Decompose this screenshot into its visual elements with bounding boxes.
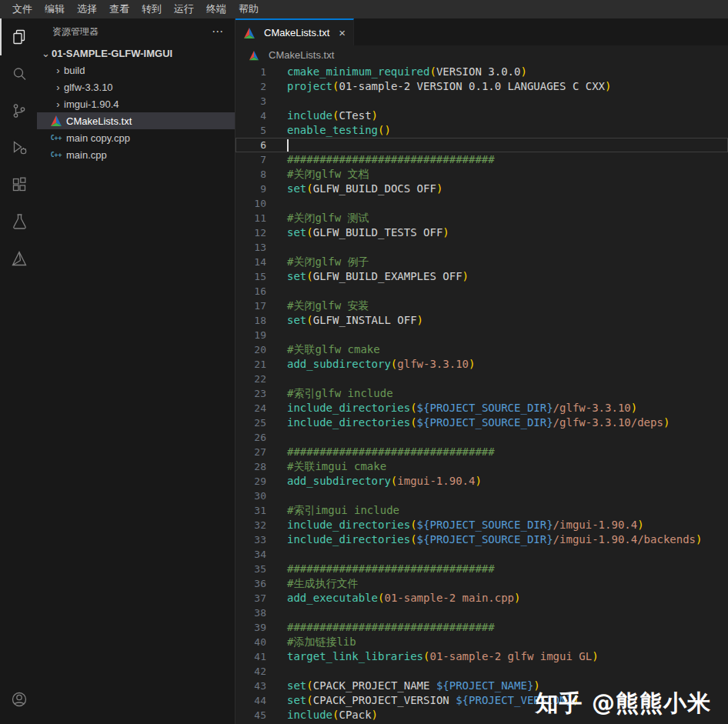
activity-testing[interactable]: [0, 203, 37, 240]
code-line-24[interactable]: 24include_directories(${PROJECT_SOURCE_D…: [235, 401, 728, 415]
line-number: 14: [235, 255, 266, 269]
code-line-2[interactable]: 2project(01-sample-2 VERSION 0.1.0 LANGU…: [235, 79, 728, 94]
code-line-33[interactable]: 33include_directories(${PROJECT_SOURCE_D…: [235, 532, 728, 547]
code-line-9[interactable]: 9set(GLFW_BUILD_DOCS OFF): [235, 182, 728, 196]
line-number: 13: [235, 240, 266, 255]
tree-root-folder[interactable]: ⌄ 01-SAMPLE-GLFW-IMGUI: [37, 45, 235, 62]
activity-run-debug[interactable]: [0, 129, 37, 166]
code-area[interactable]: 1cmake_minimum_required(VERSION 3.0.0)2p…: [235, 65, 728, 724]
code-text: ################################: [287, 620, 495, 635]
code-line-12[interactable]: 12set(GLFW_BUILD_TESTS OFF): [235, 225, 728, 240]
code-text: set(GLFW_BUILD_EXAMPLES OFF): [287, 269, 469, 284]
code-line-1[interactable]: 1cmake_minimum_required(VERSION 3.0.0): [235, 65, 728, 79]
code-line-40[interactable]: 40#添加链接lib: [235, 635, 728, 649]
activity-source-control[interactable]: [0, 92, 37, 129]
source-control-icon: [10, 102, 28, 120]
code-line-29[interactable]: 29add_subdirectory(imgui-1.90.4): [235, 474, 728, 489]
code-line-39[interactable]: 39################################: [235, 620, 728, 635]
more-actions-icon[interactable]: ⋯: [212, 25, 224, 38]
code-line-10[interactable]: 10: [235, 196, 728, 211]
code-line-22[interactable]: 22: [235, 372, 728, 386]
line-number: 44: [235, 693, 266, 708]
breadcrumb[interactable]: CMakeLists.txt: [235, 45, 728, 65]
chevron-right-icon: ›: [52, 82, 64, 93]
tree-item-main-copy-cpp[interactable]: C++main copy.cpp: [37, 129, 235, 146]
code-line-37[interactable]: 37add_executable(01-sample-2 main.cpp): [235, 591, 728, 606]
root-folder-label: 01-SAMPLE-GLFW-IMGUI: [52, 48, 172, 59]
code-text: include_directories(${PROJECT_SOURCE_DIR…: [287, 532, 702, 547]
activity-account[interactable]: [0, 681, 37, 718]
line-number: 8: [235, 167, 266, 182]
menu-item-4[interactable]: 查看: [103, 0, 135, 18]
code-line-42[interactable]: 42: [235, 664, 728, 679]
menu-item-3[interactable]: 选择: [71, 0, 103, 18]
line-number: 19: [235, 328, 266, 342]
code-line-16[interactable]: 16: [235, 284, 728, 299]
code-line-27[interactable]: 27################################: [235, 445, 728, 459]
activity-explorer[interactable]: [0, 18, 37, 55]
menu-item-1[interactable]: 文件: [6, 0, 38, 18]
code-text: #关联glfw cmake: [287, 342, 380, 357]
menu-item-7[interactable]: 终端: [200, 0, 232, 18]
code-line-19[interactable]: 19: [235, 328, 728, 342]
code-line-15[interactable]: 15set(GLFW_BUILD_EXAMPLES OFF): [235, 269, 728, 284]
code-line-35[interactable]: 35################################: [235, 562, 728, 576]
code-line-41[interactable]: 41target_link_libraries(01-sample-2 glfw…: [235, 649, 728, 664]
code-lines: 1cmake_minimum_required(VERSION 3.0.0)2p…: [235, 65, 728, 722]
code-text: set(GLFW_BUILD_DOCS OFF): [287, 182, 442, 196]
tree-item-glfw-3-3-10[interactable]: ›glfw-3.3.10: [37, 78, 235, 95]
code-line-8[interactable]: 8#关闭glfw 文档: [235, 167, 728, 182]
line-number: 9: [235, 182, 266, 196]
code-line-6[interactable]: 6: [235, 138, 728, 152]
tree-item-label: main.cpp: [66, 149, 107, 161]
code-line-23[interactable]: 23#索引glfw include: [235, 386, 728, 401]
activity-extensions[interactable]: [0, 166, 37, 203]
code-line-26[interactable]: 26: [235, 430, 728, 445]
activity-cmake-tools[interactable]: [0, 240, 37, 277]
editor-group: CMakeLists.txt × CMakeLists.txt 1cmake_m…: [235, 18, 728, 724]
close-icon[interactable]: ×: [339, 26, 346, 39]
line-number: 25: [235, 415, 266, 430]
tree-item-main-cpp[interactable]: C++main.cpp: [37, 146, 235, 163]
code-text: ################################: [287, 445, 495, 459]
code-text: #索引imgui include: [287, 503, 399, 518]
code-line-30[interactable]: 30: [235, 489, 728, 503]
code-line-21[interactable]: 21add_subdirectory(glfw-3.3.10): [235, 357, 728, 372]
menu-item-2[interactable]: 编辑: [38, 0, 71, 18]
code-line-11[interactable]: 11#关闭glfw 测试: [235, 211, 728, 225]
code-line-28[interactable]: 28#关联imgui cmake: [235, 459, 728, 474]
tree-item-cmakelists-txt[interactable]: CMakeLists.txt: [37, 112, 235, 129]
line-number: 26: [235, 430, 266, 445]
code-line-20[interactable]: 20#关联glfw cmake: [235, 342, 728, 357]
code-text: #关闭glfw 例子: [287, 255, 369, 269]
cmake-file-icon: [248, 49, 260, 62]
chevron-right-icon: ›: [52, 98, 64, 110]
code-line-14[interactable]: 14#关闭glfw 例子: [235, 255, 728, 269]
code-line-38[interactable]: 38: [235, 606, 728, 620]
menu-item-6[interactable]: 运行: [168, 0, 200, 18]
code-line-25[interactable]: 25include_directories(${PROJECT_SOURCE_D…: [235, 415, 728, 430]
activity-search[interactable]: [0, 55, 37, 92]
line-number: 18: [235, 313, 266, 328]
code-line-17[interactable]: 17#关闭glfw 安装: [235, 299, 728, 313]
code-line-34[interactable]: 34: [235, 547, 728, 562]
line-number: 11: [235, 211, 266, 225]
code-line-7[interactable]: 7################################: [235, 152, 728, 167]
tree-item-imgui-1-90-4[interactable]: ›imgui-1.90.4: [37, 95, 235, 112]
menu-item-8[interactable]: 帮助: [232, 0, 265, 18]
code-line-36[interactable]: 36#生成执行文件: [235, 576, 728, 591]
code-line-4[interactable]: 4include(CTest): [235, 108, 728, 123]
menu-item-5[interactable]: 转到: [135, 0, 168, 18]
code-line-18[interactable]: 18set(GLFW_INSTALL OFF): [235, 313, 728, 328]
line-number: 23: [235, 386, 266, 401]
code-line-31[interactable]: 31#索引imgui include: [235, 503, 728, 518]
code-line-5[interactable]: 5enable_testing(): [235, 123, 728, 138]
code-line-32[interactable]: 32include_directories(${PROJECT_SOURCE_D…: [235, 518, 728, 532]
code-line-13[interactable]: 13: [235, 240, 728, 255]
tree-items: ›build›glfw-3.3.10›imgui-1.90.4CMakeList…: [37, 62, 235, 163]
tab-cmakelists[interactable]: CMakeLists.txt ×: [235, 18, 354, 45]
code-line-3[interactable]: 3: [235, 94, 728, 108]
files-icon: [10, 28, 28, 46]
cpp-file-icon: C++: [50, 132, 62, 144]
tree-item-build[interactable]: ›build: [37, 62, 235, 78]
